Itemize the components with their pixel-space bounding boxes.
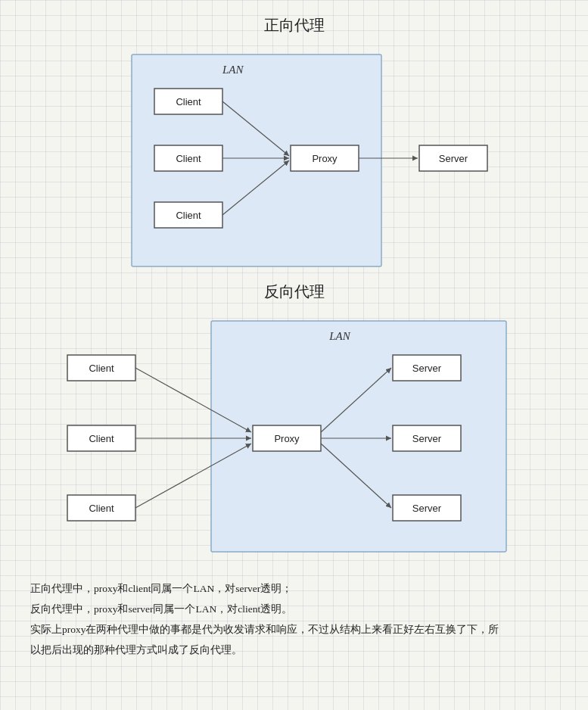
svg-text:LAN: LAN xyxy=(328,330,351,342)
svg-text:Client: Client xyxy=(176,96,201,107)
svg-text:Server: Server xyxy=(412,363,441,374)
desc-line-4: 以把后出现的那种代理方式叫成了反向代理。 xyxy=(30,640,558,660)
svg-text:Client: Client xyxy=(89,503,114,514)
svg-text:Proxy: Proxy xyxy=(312,153,338,164)
forward-proxy-title: 正向代理 xyxy=(23,15,565,36)
svg-text:Server: Server xyxy=(438,153,468,164)
svg-text:Client: Client xyxy=(176,210,201,221)
reverse-proxy-diagram: LAN Client Client Client Proxy Server Se… xyxy=(60,313,529,563)
description-block: 正向代理中，proxy和client同属一个LAN，对server透明； 反向代… xyxy=(23,578,565,660)
svg-text:Client: Client xyxy=(176,153,201,164)
svg-text:Client: Client xyxy=(89,363,114,374)
svg-text:LAN: LAN xyxy=(222,64,244,76)
svg-text:Client: Client xyxy=(89,433,114,444)
svg-text:Proxy: Proxy xyxy=(274,433,300,444)
svg-text:Server: Server xyxy=(412,503,441,514)
desc-line-2: 反向代理中，proxy和server同属一个LAN，对client透明。 xyxy=(30,599,558,619)
svg-text:Server: Server xyxy=(412,433,441,444)
forward-proxy-diagram: LAN Client Client Client Proxy Server xyxy=(86,47,502,282)
desc-line-1: 正向代理中，proxy和client同属一个LAN，对server透明； xyxy=(30,578,558,599)
desc-line-3: 实际上proxy在两种代理中做的事都是代为收发请求和响应，不过从结构上来看正好左… xyxy=(30,619,558,640)
reverse-proxy-title: 反向代理 xyxy=(23,282,565,302)
